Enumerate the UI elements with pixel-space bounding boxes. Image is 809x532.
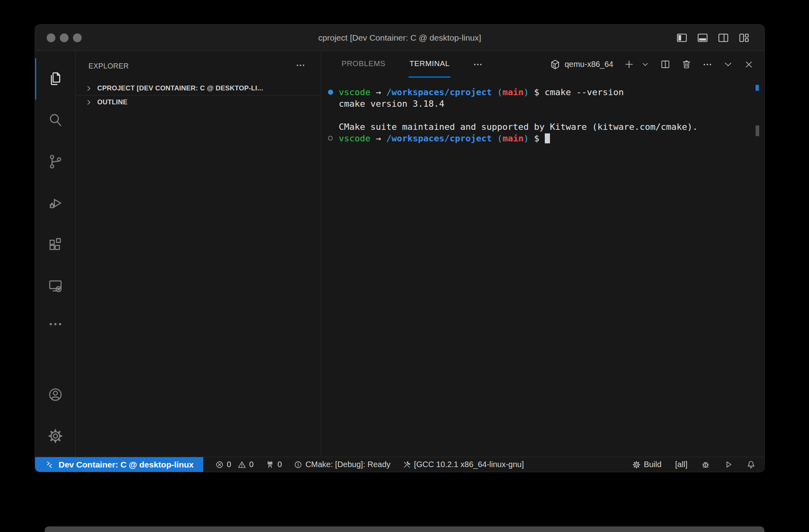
toggle-primary-sidebar-button[interactable] — [676, 32, 688, 44]
terminal-more-actions-button[interactable] — [702, 59, 713, 70]
gear-icon — [632, 460, 641, 469]
account-icon — [47, 387, 63, 403]
terminal-text: ) — [524, 133, 529, 143]
workspace-section-label: CPROJECT [DEV CONTAINER: C @ DESKTOP-LI.… — [97, 84, 263, 92]
launch-profile-button[interactable] — [641, 60, 650, 69]
remote-indicator[interactable]: Dev Container: C @ desktop-linux — [35, 457, 203, 472]
toggle-panel-button[interactable] — [697, 32, 709, 44]
scrollbar-command-mark — [756, 85, 759, 91]
ellipsis-icon — [702, 59, 713, 70]
problems-status[interactable]: 0 0 — [215, 460, 253, 469]
activity-bar — [35, 51, 76, 457]
chevron-right-icon — [84, 98, 93, 107]
remote-explorer-icon — [47, 278, 63, 294]
terminal-cursor — [545, 133, 550, 143]
terminal-text: CMake suite maintained and supported by … — [339, 122, 698, 132]
terminal-profile[interactable]: $ qemu-x86_64 — [550, 59, 613, 70]
sidebar-title: EXPLORER — [88, 62, 129, 70]
hide-panel-button[interactable] — [723, 59, 733, 70]
terminal-line: vscode → /workspaces/cproject (main) $ — [321, 133, 764, 144]
activity-item-explorer[interactable] — [35, 58, 75, 100]
traffic-lights — [47, 33, 82, 42]
close-panel-button[interactable] — [744, 59, 754, 70]
terminal-text: → — [370, 133, 386, 143]
terminal-text: ) — [524, 87, 529, 97]
window-title: cproject [Dev Container: C @ desktop-lin… — [35, 33, 764, 43]
cmake-build-button[interactable]: Build — [632, 460, 661, 469]
toggle-secondary-sidebar-icon — [717, 32, 729, 44]
cmake-debug-button[interactable] — [701, 460, 710, 469]
remote-indicator-label: Dev Container: C @ desktop-linux — [59, 460, 194, 469]
search-icon — [47, 112, 63, 128]
minimize-window-button[interactable] — [60, 33, 69, 42]
cmake-kit-label: [GCC 10.2.1 x86_64-linux-gnu] — [414, 460, 524, 469]
activity-item-accounts[interactable] — [35, 374, 75, 415]
debug-icon — [47, 195, 63, 211]
ellipsis-icon — [473, 59, 483, 70]
info-icon — [294, 460, 302, 469]
cmake-status[interactable]: CMake: [Debug]: Ready — [294, 460, 390, 469]
build-target-button[interactable]: [all] — [675, 460, 687, 469]
activity-item-remote-explorer[interactable] — [35, 265, 75, 307]
explorer-section-workspace[interactable]: CPROJECT [DEV CONTAINER: C @ DESKTOP-LI.… — [76, 81, 321, 95]
bottom-panel: PROBLEMS TERMINAL $ — [321, 51, 764, 457]
cmake-status-label: CMake: [Debug]: Ready — [305, 460, 390, 469]
terminal-line: CMake suite maintained and supported by … — [321, 121, 764, 133]
terminal-viewport[interactable]: vscode → /workspaces/cproject (main) $ c… — [321, 78, 764, 457]
kill-terminal-button[interactable] — [681, 59, 692, 70]
toggle-secondary-sidebar-button[interactable] — [717, 32, 729, 44]
cmake-kit[interactable]: [GCC 10.2.1 x86_64-linux-gnu] — [403, 460, 524, 469]
split-terminal-button[interactable] — [660, 59, 671, 70]
plus-icon — [624, 59, 634, 70]
close-icon — [744, 59, 754, 70]
warning-icon — [238, 460, 246, 469]
play-icon — [724, 460, 733, 469]
ports-count: 0 — [277, 460, 282, 469]
activity-item-run-and-debug[interactable] — [35, 182, 75, 224]
workbench: EXPLORER CPROJECT [DEV CONTAINER: C @ DE… — [35, 51, 764, 457]
chevron-right-icon — [84, 84, 93, 93]
tab-terminal[interactable]: TERMINAL — [408, 51, 450, 78]
error-count: 0 — [227, 460, 231, 469]
files-icon — [47, 71, 63, 87]
terminal-text: /workspaces/cproject — [386, 87, 492, 97]
ports-status[interactable]: 0 — [265, 460, 282, 469]
command-decoration-icon[interactable] — [328, 90, 333, 95]
sidebar-header: EXPLORER — [76, 51, 321, 81]
activity-item-settings[interactable] — [35, 415, 75, 457]
explorer-sidebar: EXPLORER CPROJECT [DEV CONTAINER: C @ DE… — [76, 51, 321, 457]
close-window-button[interactable] — [47, 33, 55, 42]
customize-layout-button[interactable] — [738, 32, 750, 44]
activity-item-more[interactable] — [35, 307, 75, 342]
ellipsis-icon — [295, 60, 306, 70]
outline-section-label: OUTLINE — [97, 98, 128, 106]
activity-item-search[interactable] — [35, 100, 75, 141]
activity-item-extensions[interactable] — [35, 224, 75, 265]
terminal-text: ( — [492, 133, 503, 143]
explorer-section-outline[interactable]: OUTLINE — [76, 95, 321, 109]
bug-icon — [701, 460, 710, 469]
prompt-decoration-icon[interactable] — [328, 136, 333, 141]
ellipsis-icon — [47, 316, 63, 332]
notifications-button[interactable] — [746, 460, 756, 469]
cmake-launch-button[interactable] — [724, 460, 733, 469]
scrollbar-thumb[interactable] — [756, 125, 759, 136]
tab-problems[interactable]: PROBLEMS — [341, 51, 386, 78]
terminal-text: /workspaces/cproject — [386, 133, 492, 143]
chevron-down-icon — [723, 59, 733, 70]
terminal-text: ( — [492, 87, 503, 97]
terminal-line — [321, 110, 764, 121]
zoom-window-button[interactable] — [73, 33, 82, 42]
git-branch-icon — [47, 154, 63, 170]
container-cube-icon: $ — [550, 59, 561, 70]
explorer-more-actions-button[interactable] — [295, 60, 306, 72]
new-terminal-button[interactable] — [624, 59, 634, 70]
more-tabs-button[interactable] — [473, 51, 483, 78]
bell-icon — [746, 460, 756, 469]
activity-item-source-control[interactable] — [35, 141, 75, 182]
gear-icon — [47, 428, 63, 444]
terminal-text: main — [503, 87, 524, 97]
remote-icon — [45, 460, 54, 469]
terminal-text: vscode — [339, 133, 370, 143]
terminal-text: main — [503, 133, 524, 143]
